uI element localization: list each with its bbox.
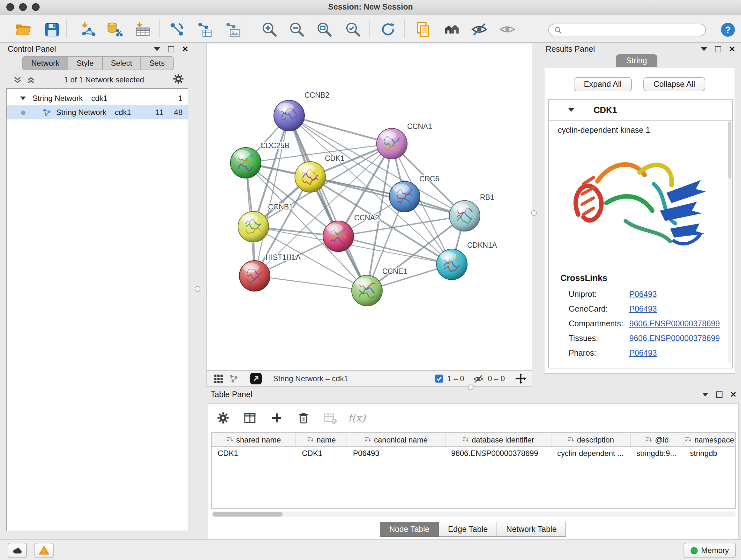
close-panel-icon[interactable]: ✕ [182,46,188,52]
delete-table-icon-disabled[interactable] [321,409,339,427]
import-table-icon[interactable] [133,20,152,39]
cell-canonical-name[interactable]: P06493 [347,447,446,459]
collapse-all-button[interactable]: Collapse All [643,77,705,91]
function-builder-icon[interactable]: f(x) [348,409,366,427]
cloud-status-button[interactable] [8,543,27,558]
new-network-icon[interactable] [167,20,186,39]
column-header[interactable]: description [551,433,630,446]
birdseye-toggle-icon[interactable] [250,373,262,384]
hidden-eye-slash-icon[interactable] [473,373,484,384]
warnings-button[interactable]: ! [35,543,54,558]
network-image-export-icon[interactable] [223,20,242,39]
fit-crosshair-icon[interactable] [515,373,527,384]
node-label-CDK1: CDK1 [325,154,344,163]
memory-button[interactable]: Memory [683,543,736,558]
tab-network[interactable]: Network [22,56,68,70]
import-network-database-icon[interactable] [105,20,125,39]
network-edge[interactable] [255,116,289,276]
crosslink-link[interactable]: P06493 [629,349,657,358]
string-results-box: Expand All Collapse All CDK1 cyclin-depe… [544,68,735,374]
network-row-selected[interactable]: String Network – cdk1 11 48 [7,105,188,119]
network-collection-row[interactable]: String Network – cdk1 1 [7,91,188,105]
svg-text:!: ! [44,549,45,554]
tab-string[interactable]: String [616,54,657,67]
show-columns-icon[interactable] [241,409,259,427]
tab-node-table[interactable]: Node Table [380,522,439,537]
panel-menu-icon[interactable] [701,47,707,51]
splitter-handle[interactable] [195,286,200,292]
collection-disclosure-icon[interactable] [20,97,26,100]
table-options-gear-icon[interactable] [214,409,232,427]
tab-network-table[interactable]: Network Table [497,522,566,537]
cell-namespace[interactable]: stringdb [684,447,735,459]
sort-icon [226,436,233,443]
expand-all-button[interactable]: Expand All [574,77,632,91]
node-label-CCNB2: CCNB2 [305,91,329,99]
close-panel-icon[interactable]: ✕ [729,46,735,52]
cell-shared-name[interactable]: CDK1 [212,447,296,459]
float-panel-icon[interactable] [716,391,723,398]
crosslink-link[interactable]: 9606.ENSP00000378699 [629,319,720,328]
column-header[interactable]: namespace [684,433,735,446]
close-panel-icon[interactable]: ✕ [730,391,737,398]
network-canvas[interactable]: CCNB2CCNA1CDC25BCDK1CDC6RB1CCNB1CCNA2CDK… [207,44,532,370]
panel-menu-icon[interactable] [154,47,160,51]
crosslink-link[interactable]: P06493 [629,305,657,314]
home-views-icon[interactable] [442,20,461,39]
results-scrollbar[interactable] [728,121,731,364]
copy-documents-icon[interactable] [414,20,433,39]
tab-style[interactable]: Style [68,56,103,70]
show-eye-icon[interactable] [498,20,517,39]
refresh-icon[interactable] [379,20,398,39]
zoom-selected-icon[interactable] [343,20,362,39]
protein-disclosure-icon[interactable] [568,108,575,112]
column-header[interactable]: canonical name [347,433,446,446]
column-header[interactable]: database identifier [446,433,551,446]
column-header[interactable]: name [296,433,347,446]
splitter-handle[interactable] [531,210,537,216]
tab-sets[interactable]: Sets [141,56,174,70]
network-edge[interactable] [255,276,367,291]
crosslink-link[interactable]: 9606.ENSP00000378699 [629,334,720,343]
hide-eye-slash-icon[interactable] [470,20,489,39]
delete-column-icon[interactable] [294,409,312,427]
float-panel-icon[interactable] [715,46,721,52]
save-session-icon[interactable] [42,20,61,39]
cell-description[interactable]: cyclin-dependent ... [551,447,630,459]
node-table-grid: shared name name canonical name database… [211,432,736,509]
cell-name[interactable]: CDK1 [296,447,347,459]
add-column-icon[interactable] [267,409,285,427]
network-options-gear-icon[interactable] [172,72,185,87]
help-icon[interactable]: ? [718,20,737,39]
table-panel-title: Table Panel [211,390,253,399]
column-header[interactable]: shared name [212,433,296,446]
expand-all-icon[interactable] [26,75,36,84]
splitter-handle[interactable] [468,384,474,390]
tab-select[interactable]: Select [103,56,141,70]
cell-id[interactable]: stringdb:9... [630,447,684,459]
zoom-out-icon[interactable] [287,20,307,39]
selected-checkbox-icon[interactable] [434,374,443,383]
network-view[interactable]: CCNB2CCNA1CDC25BCDK1CDC6RB1CCNB1CCNA2CDK… [206,43,532,387]
zoom-in-icon[interactable] [260,20,279,39]
network-edge[interactable] [310,177,465,216]
column-header[interactable]: @id [630,433,684,446]
open-session-icon[interactable] [13,20,32,39]
network-item-icon [42,108,52,117]
control-panel: Control Panel ✕ Network Style Select Set… [4,42,191,540]
zoom-fit-icon[interactable] [315,20,334,39]
cell-database-identifier[interactable]: 9606.ENSP00000378699 [446,447,551,459]
network-edge[interactable] [289,116,367,291]
network-from-table-icon[interactable] [195,20,214,39]
table-row[interactable]: CDK1 CDK1 P06493 9606.ENSP00000378699 cy… [212,447,735,459]
collapse-all-icon[interactable] [13,75,22,84]
float-panel-icon[interactable] [168,46,174,52]
import-network-file-icon[interactable] [78,20,98,39]
panel-menu-icon[interactable] [702,393,709,396]
crosslink-link[interactable]: P06493 [629,290,657,299]
search-input[interactable] [565,25,700,35]
network-overview-icon[interactable] [226,372,241,385]
table-horizontal-scrollbar[interactable] [211,511,736,517]
grid-view-icon[interactable] [211,372,226,385]
tab-edge-table[interactable]: Edge Table [439,522,497,537]
